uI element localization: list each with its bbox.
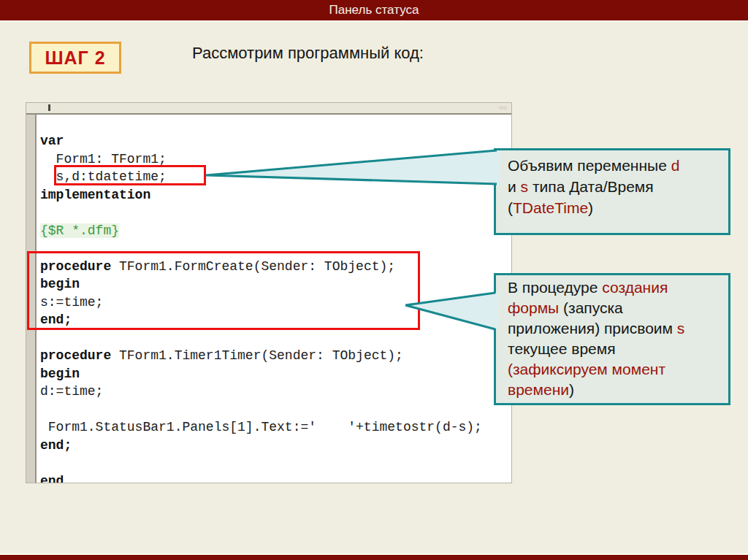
highlight-box-formcreate [27,251,420,330]
callout-variables: Объявим переменные dи s типа Дата/Время(… [494,148,730,235]
code-line: end; [40,437,511,455]
callout-formcreate: В процедуре созданияформы (запускаприлож… [494,273,730,405]
code-line: var [40,132,511,150]
code-line [40,329,511,348]
bottom-bar [0,553,748,560]
code-line: d:=time; [40,383,511,401]
code-line: implementation [40,186,511,204]
highlight-box-variables [54,165,206,185]
scrollbar-end-marks-icon: ≈≈ [499,103,507,113]
code-line [40,401,511,419]
step-badge-label: ШАГ 2 [45,47,105,69]
step-badge: ШАГ 2 [29,42,121,74]
title-bar: Панель статуса [0,0,748,22]
code-line [40,204,511,222]
callout-variables-text: Объявим переменные dи s типа Дата/Время(… [496,150,728,221]
code-line: begin [40,365,511,383]
code-line: {$R *.dfm} [40,222,511,240]
code-scrollbar: ≈≈ [26,103,511,115]
slide-title: Панель статуса [329,3,419,18]
code-line: end. [40,472,511,483]
slide-heading: Рассмотрим программный код: [192,44,424,63]
scrollbar-tick-icon [48,104,50,111]
code-line [40,454,511,472]
callout-formcreate-text: В процедуре созданияформы (запускаприлож… [496,275,728,403]
code-line: Form1.StatusBar1.Panels[1].Text:=' '+tim… [40,418,511,437]
code-line: procedure TForm1.Timer1Timer(Sender: TOb… [40,347,511,365]
slide: Панель статуса ШАГ 2 Рассмотрим программ… [0,0,748,560]
